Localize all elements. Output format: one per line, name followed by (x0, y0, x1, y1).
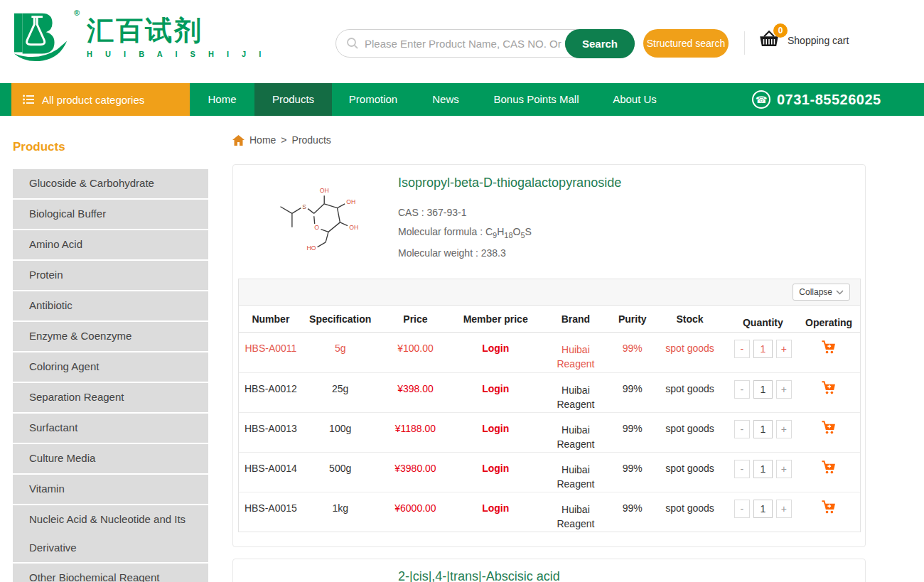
logo-hb-flask-icon (11, 7, 71, 68)
brand-line: Huibai (557, 383, 594, 397)
member-price-cell: Login (453, 492, 538, 532)
column-header: Purity (613, 306, 652, 332)
spec-number[interactable]: HBS-A0014 (239, 453, 303, 492)
nav-item-promotion[interactable]: Promotion (332, 83, 414, 116)
nav-item-about-us[interactable]: About Us (596, 83, 674, 116)
collapse-button[interactable]: Collapse (793, 284, 850, 301)
quantity-decrease-button[interactable]: - (734, 420, 750, 438)
add-to-cart-button[interactable] (821, 380, 837, 412)
sidebar-category-item[interactable]: Antibiotic (13, 291, 208, 320)
quantity-input[interactable]: 1 (753, 340, 773, 358)
member-price-cell: Login (453, 413, 538, 452)
spec-number[interactable]: HBS-A0011 (239, 333, 303, 372)
quantity-increase-button[interactable]: + (776, 460, 792, 478)
phone-icon: ☎ (752, 90, 770, 109)
sidebar-category-item[interactable]: Enzyme & Coenzyme (13, 322, 208, 351)
sidebar-category-item[interactable]: Other Biochemical Reagent (13, 564, 208, 582)
nav-item-products[interactable]: Products (254, 83, 332, 116)
atom-label-oh-right2: OH (349, 224, 358, 231)
add-to-cart-button[interactable] (821, 420, 837, 452)
spec-size: 5g (303, 333, 378, 372)
sidebar-category-item[interactable]: Surfactant (13, 414, 208, 443)
spec-number[interactable]: HBS-A0015 (239, 492, 303, 532)
quantity-increase-button[interactable]: + (776, 500, 792, 518)
site-logo[interactable]: ® 汇百试剂 H U I B A I S H I J I (11, 7, 267, 68)
nav-menu: HomeProductsPromotionNewsBonus Points Ma… (190, 83, 674, 116)
quantity-decrease-button[interactable]: - (734, 500, 750, 518)
spec-price: ¥398.00 (378, 373, 453, 412)
formula-line: Molecular formula : C9H18O5S (398, 226, 532, 239)
add-to-cart-button[interactable] (821, 460, 837, 492)
quantity-increase-button[interactable]: + (776, 420, 792, 438)
column-header: Price (378, 306, 453, 332)
nav-item-home[interactable]: Home (190, 83, 254, 116)
nav-item-bonus-points-mall[interactable]: Bonus Points Mall (477, 83, 596, 116)
search-button[interactable]: Search (565, 29, 635, 58)
search-bar: Search (335, 29, 635, 58)
brand-name: HuibaiReagent (557, 463, 594, 492)
product-card-2: 2-|cis|,4-|trans|-Abscisic acid (232, 559, 866, 582)
sidebar-category-item[interactable]: Biological Buffer (13, 200, 208, 229)
nav-item-news[interactable]: News (414, 83, 477, 116)
add-to-cart-button[interactable] (821, 500, 837, 532)
quantity-input[interactable]: 1 (753, 380, 773, 399)
breadcrumb-separator: > (281, 134, 286, 146)
spec-number[interactable]: HBS-A0012 (239, 373, 303, 412)
login-link[interactable]: Login (482, 463, 509, 492)
sidebar-category-item[interactable]: Glucoside & Carbohydrate (13, 169, 208, 198)
brand-cell: HuibaiReagent (538, 453, 613, 492)
stock-status: spot goods (652, 333, 729, 372)
sidebar-category-item[interactable]: Vitamin (13, 475, 208, 504)
sidebar-category-list: Glucoside & CarbohydrateBiological Buffe… (13, 169, 208, 582)
product-spec-row: HBS-A0014500g¥3980.00LoginHuibaiReagent9… (239, 452, 860, 492)
quantity-input[interactable]: 1 (753, 500, 773, 518)
product2-title-link[interactable]: 2-|cis|,4-|trans|-Abscisic acid (398, 569, 560, 582)
quantity-decrease-button[interactable]: - (734, 460, 750, 478)
login-link[interactable]: Login (482, 502, 509, 532)
product-spec-row: HBS-A00115g¥100.00LoginHuibaiReagent99%s… (239, 333, 860, 372)
sidebar-category-item[interactable]: Protein (13, 261, 208, 290)
sidebar-title: Products (13, 140, 208, 154)
search-icon (346, 37, 359, 50)
structured-search-button[interactable]: Structured search (643, 29, 729, 58)
brand-line: Reagent (557, 477, 594, 491)
sidebar-category-item[interactable]: Separation Reagent (13, 383, 208, 412)
add-to-cart-button[interactable] (821, 340, 837, 372)
quantity-decrease-button[interactable]: - (734, 380, 750, 399)
cart-label: Shopping cart (788, 35, 849, 46)
specification-table: Collapse NumberSpecificationPriceMember … (238, 279, 861, 532)
brand-line: Reagent (557, 517, 594, 531)
quantity-input[interactable]: 1 (753, 460, 773, 478)
cart-plus-icon (821, 340, 837, 355)
login-link[interactable]: Login (482, 423, 509, 452)
product-title-link[interactable]: Isopropyl-beta-D-thiogalactopyranoside (398, 176, 621, 190)
quantity-input[interactable]: 1 (753, 420, 773, 438)
sidebar-category-item[interactable]: Coloring Agent (13, 352, 208, 382)
sidebar-category-item[interactable]: Culture Media (13, 444, 208, 473)
home-icon (232, 135, 245, 146)
cart-plus-icon (821, 380, 837, 395)
chevron-down-icon (836, 290, 844, 295)
formula-value: C9H18O5S (485, 226, 532, 237)
quantity-stepper: -1+ (728, 413, 797, 452)
sidebar-category-item[interactable]: Amino Acid (13, 230, 208, 259)
quantity-increase-button[interactable]: + (776, 340, 792, 358)
quantity-increase-button[interactable]: + (776, 380, 792, 399)
breadcrumb-home[interactable]: Home (249, 134, 276, 146)
login-link[interactable]: Login (482, 383, 509, 412)
spec-price: ¥100.00 (378, 333, 453, 372)
logo-chinese-text: 汇百试剂 (87, 17, 267, 45)
spec-price: ¥1188.00 (378, 413, 453, 452)
quantity-decrease-button[interactable]: - (734, 340, 750, 358)
login-link[interactable]: Login (482, 343, 509, 372)
page-header: ® 汇百试剂 H U I B A I S H I J I Search Stru… (0, 0, 924, 83)
brand-name: HuibaiReagent (557, 423, 594, 452)
stock-status: spot goods (652, 453, 729, 492)
brand-line: Reagent (557, 357, 594, 371)
sidebar-category-item[interactable]: Nucleic Acid & Nucleotide and Its Deriva… (13, 505, 208, 562)
member-price-cell: Login (453, 373, 538, 412)
all-categories-button[interactable]: All product categories (11, 83, 190, 116)
atom-label-oh-top: OH (320, 187, 329, 194)
spec-number[interactable]: HBS-A0013 (239, 413, 303, 452)
shopping-cart-link[interactable]: 0 Shopping cart (758, 30, 849, 51)
